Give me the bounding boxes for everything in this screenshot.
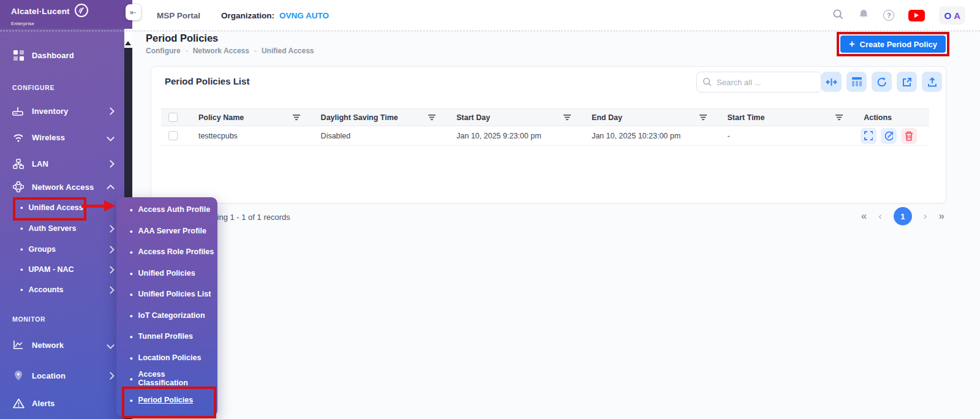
chevron-right-icon [107,107,115,115]
sidebar-item-label: Dashboard [32,51,124,60]
column-header-start-time[interactable]: Start Time [715,109,851,126]
card-title: Period Policies List [165,76,249,86]
brand-subtitle: Enterprise [11,21,89,26]
sidebar-subitem-label: Auth Servers [29,224,108,233]
pagination-page-1[interactable]: 1 [894,207,912,225]
search-input[interactable] [696,72,821,92]
flyout-item-unified-policies[interactable]: •Unified Policies [125,264,215,282]
pagination-last-button[interactable]: » [939,210,944,222]
sidebar-item-alerts[interactable]: Alerts [0,394,124,412]
lan-icon [12,159,25,169]
filter-icon[interactable] [428,114,436,121]
export-upload-button[interactable] [922,72,942,92]
sidebar-item-lan[interactable]: LAN [0,154,124,173]
notifications-bell-icon[interactable] [858,9,869,22]
chevron-up-icon [107,184,115,192]
chevron-right-icon [107,225,115,233]
annotation-arrow-head [104,200,116,211]
filter-icon[interactable] [564,114,571,121]
chevron-right-icon [107,266,115,274]
bullet-icon: • [20,245,23,254]
bullet-icon: • [130,332,133,341]
breadcrumb-item[interactable]: Configure [146,47,181,55]
sidebar-item-label: Location [32,371,108,380]
bullet-icon: • [20,265,23,274]
row-checkbox[interactable] [168,131,178,140]
table-toolbar [821,72,942,92]
cell-end-day: Jan 10, 2025 10:23:00 pm [579,132,715,140]
pagination-prev-button[interactable]: ‹ [878,210,882,222]
portal-title: MSP Portal [157,11,200,20]
avatar-initial-1: O [944,10,951,21]
filter-icon[interactable] [835,114,843,121]
filter-icon[interactable] [699,114,707,121]
sidebar-item-network[interactable]: Network [0,336,124,354]
edit-row-button[interactable] [881,128,897,144]
flyout-item-location-policies[interactable]: •Location Policies [125,349,215,367]
alerts-warning-icon [12,398,25,409]
pagination-next-button[interactable]: › [924,210,927,222]
flyout-item-tunnel-profiles[interactable]: •Tunnel Profiles [125,327,215,345]
column-header-policy-name[interactable]: Policy Name [186,109,308,126]
search-icon [703,77,712,89]
column-header-end-day[interactable]: End Day [579,109,715,126]
location-pin-icon [12,370,25,381]
dashboard-icon [12,50,25,61]
refresh-button[interactable] [872,72,892,92]
flyout-item-iot-categorization[interactable]: •IoT Categorization [125,306,215,325]
sidebar-item-wireless[interactable]: Wireless [0,128,124,146]
bullet-icon: • [130,290,133,299]
delete-row-button[interactable] [901,128,917,144]
youtube-icon[interactable] [908,10,925,21]
column-header-start-day[interactable]: Start Day [443,109,579,126]
columns-button[interactable] [846,72,867,92]
scrollbar-up-arrow[interactable] [125,41,131,45]
app-window: Dashboard CONFIGURE Inventory Wireless L… [0,0,980,419]
help-icon[interactable]: ? [883,10,894,21]
expand-row-button[interactable] [861,128,876,144]
flyout-item-aaa-server-profile[interactable]: •AAA Server Profile [125,222,215,240]
page-title: Period Policies [146,32,218,44]
sidebar-subitem-accounts[interactable]: • Accounts [0,281,124,299]
breadcrumb-item[interactable]: Network Access [193,47,249,55]
search-icon[interactable] [832,9,844,23]
expand-icon [864,131,873,140]
breadcrumb-separator: - [254,47,257,55]
sidebar-section-monitor: MONITOR [12,315,45,323]
flyout-item-access-auth-profile[interactable]: •Access Auth Profile [125,200,215,219]
pagination: « ‹ 1 › » [861,207,944,225]
open-external-button[interactable] [897,72,917,92]
wireless-icon [12,132,25,142]
period-policies-card: Period Policies List [151,66,946,203]
sidebar-subitem-groups[interactable]: • Groups [0,240,124,259]
create-period-policy-button[interactable]: + Create Period Policy [840,36,946,53]
sidebar-item-network-access[interactable]: Network Access [0,178,124,196]
bullet-icon: • [20,285,23,295]
sidebar-item-dashboard[interactable]: Dashboard [0,46,124,64]
table-row[interactable]: testtecpubs Disabled Jan 10, 2025 9:23:0… [161,126,929,146]
sidebar-item-inventory[interactable]: Inventory [0,102,124,120]
column-header-daylight-saving-time[interactable]: Daylight Saving Time [308,109,444,126]
sidebar-subitem-upam-nac[interactable]: • UPAM - NAC [0,260,124,279]
network-monitor-icon [12,340,25,350]
period-policies-table: Policy Name Daylight Saving Time Start D… [161,108,929,146]
fit-columns-button[interactable] [821,72,842,92]
sidebar-item-location[interactable]: Location [0,366,124,385]
flyout-item-access-classification[interactable]: •Access Classification [125,369,215,388]
sidebar-collapse-button[interactable]: ⇤ [126,4,141,20]
chevron-right-icon [107,246,115,254]
select-all-checkbox[interactable] [168,113,178,122]
cell-daylight-saving-time: Disabled [308,132,444,140]
breadcrumb-item[interactable]: Unified Access [262,47,314,55]
flyout-item-unified-policies-list[interactable]: •Unified Policies List [125,285,215,303]
sidebar-subitem-auth-servers[interactable]: • Auth Servers [0,219,124,238]
bullet-icon: • [20,224,23,233]
organization-value-link[interactable]: OVNG AUTO [279,11,329,20]
edit-icon [884,130,893,141]
filter-icon[interactable] [293,114,301,121]
pagination-first-button[interactable]: « [861,210,867,222]
user-avatar[interactable]: O A [939,6,965,25]
sidebar-subitem-label: Accounts [29,285,108,294]
flyout-item-access-role-profiles[interactable]: •Access Role Profiles [125,243,215,261]
inventory-icon [12,106,25,116]
